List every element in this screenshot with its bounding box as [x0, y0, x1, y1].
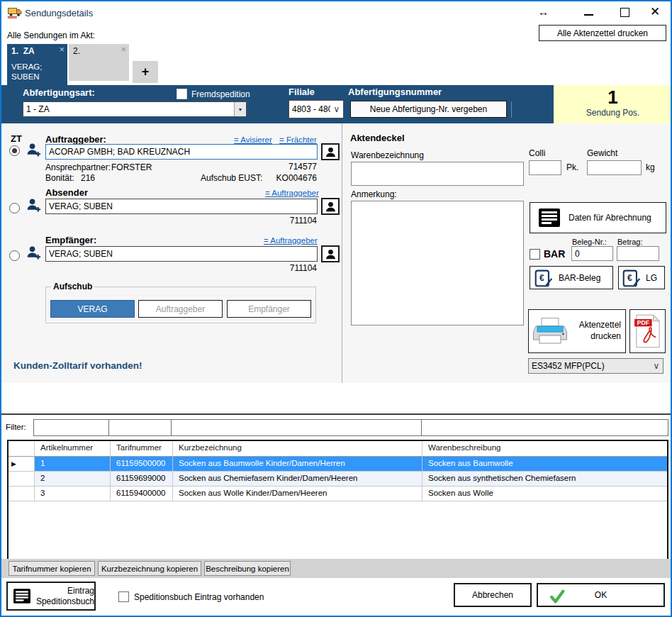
anmerkung-textarea[interactable]	[351, 201, 524, 326]
betrag-input[interactable]	[617, 246, 659, 261]
auftraggeber-input[interactable]	[45, 144, 318, 160]
empfaenger-lookup-button[interactable]	[321, 245, 340, 262]
tab-shipment-1[interactable]: 1. ZA × VERAG; SUBEN	[7, 44, 67, 85]
eintrag-speditionsbuch-button[interactable]: Eintrag Speditionsbuch	[6, 582, 96, 611]
colli-input[interactable]	[529, 160, 561, 175]
resize-icon[interactable]: ↔	[538, 6, 549, 18]
radio-empfaenger[interactable]	[9, 250, 20, 261]
filter-kurzbezeichnung-input[interactable]	[171, 419, 422, 436]
cell-warenbeschreibung[interactable]: Socken aus synthetischen Chemiefasern	[422, 472, 667, 486]
cell-warenbeschreibung[interactable]: Socken aus Baumwolle	[422, 457, 667, 471]
chevron-down-icon[interactable]: ∨	[650, 359, 663, 373]
absender-label: Absender	[45, 187, 88, 198]
app-truck-icon	[8, 6, 22, 18]
printer-select[interactable]: ES3452 MFP(PCL) ∨	[528, 358, 663, 374]
add-shipment-tab-button[interactable]: +	[133, 61, 158, 83]
table-row[interactable]: 3 61159400000 Socken aus Wolle Kinder/Da…	[9, 487, 667, 501]
add-contact-icon[interactable]	[26, 142, 42, 158]
bar-beleg-button[interactable]: € BAR-Beleg	[530, 266, 613, 289]
gewicht-input[interactable]	[587, 160, 642, 175]
cell-kurzbezeichnung[interactable]: Socken aus Baumwolle Kinder/Damen/Herren	[173, 457, 422, 471]
cell-artikelnummer[interactable]: 1	[35, 457, 111, 471]
tab1-line2: VERAG;	[11, 62, 42, 71]
copy-kurzbezeichnung-button[interactable]: Kurzbezeichnung kopieren	[98, 561, 201, 576]
aktenzettel-drucken-button[interactable]: Aktenzettel drucken	[528, 309, 626, 353]
bar-checkbox[interactable]	[530, 249, 540, 260]
column-header-tarifnummer[interactable]: Tarifnummer	[111, 441, 173, 456]
table-row[interactable]: 2 61159699000 Socken aus Chemiefasern Ki…	[9, 472, 667, 487]
pdf-export-button[interactable]: PDF	[629, 309, 666, 353]
filiale-select[interactable]: 4803 - 480 ∨	[289, 100, 344, 118]
absender-auftraggeber-link[interactable]: = Auftraggeber	[265, 189, 319, 197]
auftraggeber-label: Auftraggeber:	[45, 134, 106, 145]
filter-warenbeschreibung-input[interactable]	[421, 419, 668, 436]
aufschub-auftraggeber-button[interactable]: Auftraggeber	[138, 300, 223, 318]
close-button[interactable]: ✕	[650, 4, 660, 19]
copy-beschreibung-button[interactable]: Beschreibung kopieren	[204, 561, 291, 576]
tab1-close-icon[interactable]: ×	[59, 44, 65, 55]
cell-tarifnummer[interactable]: 61159500000	[111, 457, 173, 471]
filter-artikelnummer-input[interactable]	[33, 419, 109, 436]
colli-label: Colli	[529, 148, 545, 158]
tab1-number: 1.	[11, 46, 18, 56]
dropdown-arrow-icon[interactable]: ▼	[234, 102, 246, 116]
radio-absender[interactable]	[9, 203, 20, 213]
absender-lookup-button[interactable]	[321, 198, 340, 215]
column-header-artikelnummer[interactable]: Artikelnummer	[35, 441, 111, 456]
cell-tarifnummer[interactable]: 61159699000	[111, 472, 173, 486]
column-header-selector[interactable]	[9, 441, 35, 456]
new-abfertigungsnummer-button[interactable]: Neue Abfertigung-Nr. vergeben	[350, 101, 507, 118]
tab1-line3: SUBEN	[11, 72, 40, 81]
cell-tarifnummer[interactable]: 61159400000	[111, 487, 173, 501]
ok-button[interactable]: OK	[537, 583, 665, 607]
column-header-kurzbezeichnung[interactable]: Kurzbezeichnung	[173, 441, 422, 456]
fraechter-link[interactable]: = Frächter	[279, 135, 317, 144]
abfertigungsart-select[interactable]: 1 - ZA ▼	[23, 101, 247, 117]
pdf-icon: PDF	[634, 313, 661, 349]
speditionsbuch-checkbox[interactable]	[118, 591, 129, 602]
print-all-aktenzettel-button[interactable]: Alle Aktenzettel drucken	[539, 25, 666, 41]
gewicht-label: Gewicht	[587, 148, 617, 158]
document-lines-icon	[539, 209, 560, 227]
fremdspedition-checkbox[interactable]	[177, 89, 187, 99]
empfaenger-input[interactable]	[45, 246, 318, 262]
maximize-button[interactable]	[620, 8, 629, 17]
eintrag-label-line2: Speditionsbuch	[36, 596, 94, 606]
tab2-close-icon[interactable]: ×	[121, 44, 126, 55]
aufschub-empfaenger-button[interactable]: Empfänger	[227, 300, 311, 318]
table-row[interactable]: ▶ 1 61159500000 Socken aus Baumwolle Kin…	[9, 457, 667, 472]
cell-kurzbezeichnung[interactable]: Socken aus Chemiefasern Kinder/Damen/Hee…	[173, 472, 422, 486]
absender-input[interactable]	[45, 199, 318, 214]
chevron-down-icon[interactable]: ∨	[330, 101, 343, 118]
copy-tarifnummer-button[interactable]: Tarifnummer kopieren	[9, 561, 95, 576]
warenbezeichnung-input[interactable]	[351, 162, 524, 186]
tab-shipment-2[interactable]: 2. ×	[69, 44, 129, 81]
anmerkung-label: Anmerkung:	[351, 189, 397, 199]
beleg-nr-input[interactable]	[571, 246, 613, 261]
printer-icon	[533, 317, 567, 345]
auftraggeber-lookup-button[interactable]	[321, 143, 340, 160]
aufschub-verag-button[interactable]: VERAG	[50, 300, 135, 318]
zt-label: ZT	[11, 133, 22, 144]
avisierer-link[interactable]: = Avisierer	[234, 135, 272, 144]
cell-warenbeschreibung[interactable]: Socken aus Wolle	[422, 487, 667, 501]
cell-kurzbezeichnung[interactable]: Socken aus Wolle Kinder/Damen/Heeren	[173, 487, 422, 501]
cell-artikelnummer[interactable]: 3	[35, 487, 111, 501]
aktenzettel-label-line1: Aktenzettel	[579, 320, 621, 330]
cancel-button[interactable]: Abbrechen	[454, 583, 532, 607]
cell-artikelnummer[interactable]: 2	[35, 472, 111, 486]
filiale-label: Filiale	[289, 87, 315, 97]
minimize-button[interactable]	[584, 14, 593, 16]
ok-label: OK	[595, 590, 607, 600]
ansprechpartner-label: Ansprechpartner:	[45, 162, 111, 172]
lg-button[interactable]: € LG	[618, 266, 665, 289]
empfaenger-auftraggeber-link[interactable]: = Auftraggeber	[264, 236, 318, 245]
daten-abrechnung-button[interactable]: Daten für Abrechnung	[530, 202, 666, 233]
filter-tarifnummer-input[interactable]	[108, 419, 172, 436]
bonitaet-label: Bonität:	[45, 173, 74, 183]
add-contact-icon[interactable]	[26, 245, 42, 261]
column-header-warenbeschreibung[interactable]: Warenbeschreibung	[422, 441, 667, 456]
radio-auftraggeber[interactable]	[9, 145, 20, 156]
abfertigungsart-label: Abfertigungsart:	[23, 87, 95, 98]
add-contact-icon[interactable]	[26, 197, 42, 213]
